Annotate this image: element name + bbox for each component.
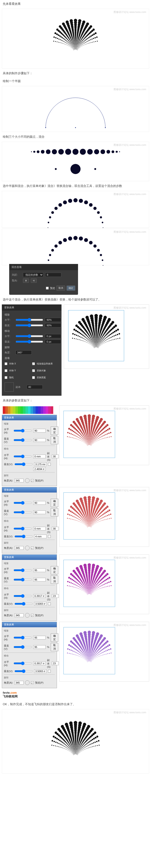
lp-mh-slider[interactable] (13, 527, 32, 530)
lp-cancel[interactable]: 取消 (51, 576, 58, 584)
lp-h-slider[interactable] (13, 501, 32, 505)
opt-strokes-check[interactable] (32, 362, 35, 365)
svg-point-1482 (89, 443, 90, 444)
svg-point-1161 (78, 435, 79, 436)
lp-v-input[interactable] (33, 645, 46, 649)
lp-v-slider[interactable] (13, 438, 32, 442)
svg-point-2881 (87, 658, 88, 658)
opt-random-check[interactable] (5, 376, 7, 379)
lp-angle[interactable] (14, 614, 24, 617)
angle-dial-icon[interactable] (25, 478, 30, 483)
preview-checkbox[interactable] (46, 287, 49, 289)
lp-mh-slider[interactable] (13, 661, 32, 665)
opt-obj-check[interactable] (32, 369, 35, 372)
v-slider[interactable] (15, 323, 43, 327)
lp-preview-check[interactable] (31, 479, 34, 482)
lp-lock[interactable] (48, 602, 51, 605)
lp-h-slider[interactable] (13, 568, 32, 572)
h-input[interactable] (45, 318, 61, 322)
svg-point-439 (74, 48, 74, 49)
lp-v-slider[interactable] (13, 645, 32, 649)
lp-ok[interactable]: 确定 (51, 633, 58, 642)
lp-mv-slider[interactable] (14, 462, 33, 466)
svg-point-664 (109, 338, 110, 339)
mh-slider[interactable] (15, 334, 43, 338)
lp-mv-input[interactable] (34, 602, 47, 606)
svg-point-1239 (95, 435, 96, 436)
lp-copies[interactable] (52, 594, 59, 598)
lp-h-input[interactable] (33, 636, 46, 640)
lp-angle[interactable] (14, 546, 24, 550)
lp-copies[interactable] (52, 455, 59, 458)
lp-mh-input[interactable] (33, 455, 46, 458)
spacing-type-select[interactable]: 指定的步数 (23, 273, 43, 277)
lp-copies[interactable] (52, 527, 59, 530)
mv-input[interactable] (45, 340, 61, 344)
lp-mv-input[interactable] (34, 462, 47, 466)
lp-mv-input[interactable] (34, 669, 47, 673)
lp-v-slider[interactable] (13, 510, 32, 514)
lp-copies[interactable] (52, 661, 59, 665)
svg-point-1037 (109, 428, 110, 430)
svg-point-1423 (90, 441, 91, 442)
svg-point-2803 (93, 655, 93, 656)
svg-point-2427 (91, 592, 92, 593)
v-input[interactable] (45, 323, 61, 328)
orient-align-page[interactable]: ⬍ (23, 278, 29, 283)
lp-cancel[interactable]: 取消 (51, 508, 58, 517)
lp-mh-slider[interactable] (13, 455, 32, 458)
lp-lock[interactable] (48, 463, 51, 466)
angle-input[interactable] (15, 350, 32, 354)
svg-point-2902 (90, 658, 91, 658)
lp-v-input[interactable] (33, 578, 46, 582)
lp-mv-slider[interactable] (14, 602, 33, 606)
opt-x-check[interactable] (5, 362, 7, 365)
lp-mv-slider[interactable] (14, 669, 33, 673)
lp-mv-slider[interactable] (14, 535, 33, 538)
lp-ok[interactable]: 确定 (51, 566, 58, 575)
lp-mh-slider[interactable] (13, 594, 32, 598)
orient-align-path[interactable]: ⟲ (31, 278, 37, 283)
ok-button[interactable]: 确定 (67, 286, 75, 291)
svg-point-2300 (84, 589, 85, 590)
spacing-value-input[interactable] (45, 273, 61, 277)
lp-h-slider[interactable] (13, 429, 32, 433)
lp-v-input[interactable] (33, 438, 46, 442)
lp-mh-input[interactable] (33, 527, 46, 530)
lp-mv2-input[interactable] (33, 467, 46, 471)
lp-angle[interactable] (14, 681, 24, 684)
lp-h-input[interactable] (33, 429, 46, 433)
mv-slider[interactable] (15, 340, 43, 343)
lp-mh-input[interactable] (33, 594, 46, 598)
anchor-grid[interactable] (5, 382, 14, 392)
lp-v-input[interactable] (33, 510, 46, 514)
lp-preview-check[interactable] (31, 681, 34, 684)
lp-cancel[interactable]: 取消 (51, 436, 58, 444)
angle-dial-icon[interactable] (25, 546, 30, 550)
lp-preview-check[interactable] (31, 614, 34, 617)
lp-lock[interactable] (48, 535, 51, 538)
lp-cancel[interactable]: 取消 (51, 643, 58, 651)
h-slider[interactable] (15, 318, 43, 322)
lp-lock[interactable] (48, 670, 51, 673)
opt-pattern-check[interactable] (32, 376, 35, 379)
lp-h-input[interactable] (33, 568, 46, 572)
lp-mh-input[interactable] (33, 661, 46, 665)
svg-point-49 (93, 38, 94, 39)
mh-input[interactable] (45, 334, 61, 338)
lp-angle[interactable] (14, 479, 24, 483)
svg-point-1348 (85, 441, 85, 442)
angle-dial-icon[interactable] (25, 680, 30, 685)
lp-ok[interactable]: 确定 (51, 499, 58, 507)
lp-v-slider[interactable] (13, 578, 32, 582)
opt-y-check[interactable] (5, 369, 7, 372)
lp-mv-input[interactable] (34, 535, 47, 538)
lp-preview-check[interactable] (31, 547, 34, 549)
lp-h-input[interactable] (33, 501, 46, 505)
copies-input[interactable] (27, 385, 43, 389)
angle-dial-icon[interactable] (25, 613, 30, 618)
lp-h-slider[interactable] (13, 636, 32, 640)
lp-ok[interactable]: 确定 (51, 427, 58, 435)
cancel-button[interactable]: 取消 (56, 286, 65, 291)
color-swatches[interactable] (3, 406, 53, 414)
